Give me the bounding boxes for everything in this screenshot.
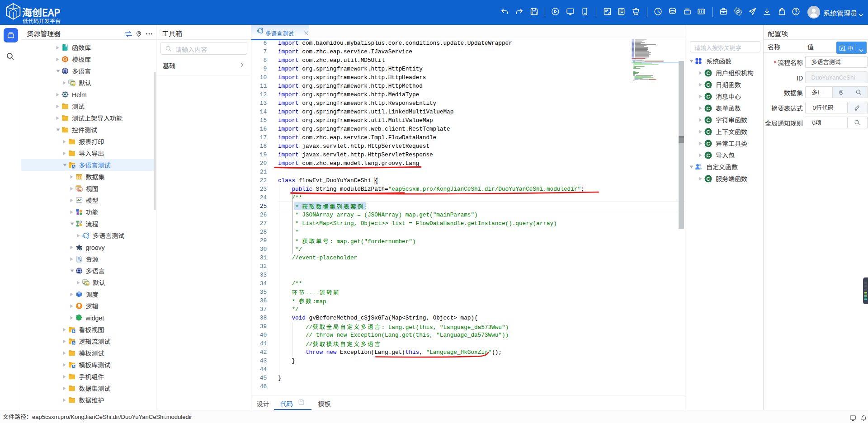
- svg-text:C: C: [706, 129, 710, 134]
- svg-text:C: C: [706, 152, 710, 158]
- svg-text:A: A: [73, 365, 75, 368]
- svg-text:C: C: [706, 141, 710, 146]
- svg-text:C: C: [706, 105, 710, 111]
- svg-text:A: A: [841, 47, 844, 51]
- svg-text:C: C: [706, 82, 710, 87]
- svg-text:C: C: [706, 176, 710, 181]
- svg-text:C: C: [706, 70, 710, 75]
- svg-text:A: A: [73, 165, 75, 168]
- svg-text:C: C: [706, 117, 710, 122]
- svg-text:C: C: [706, 94, 710, 99]
- svg-text:A: A: [73, 329, 75, 333]
- svg-text:A: A: [73, 341, 75, 344]
